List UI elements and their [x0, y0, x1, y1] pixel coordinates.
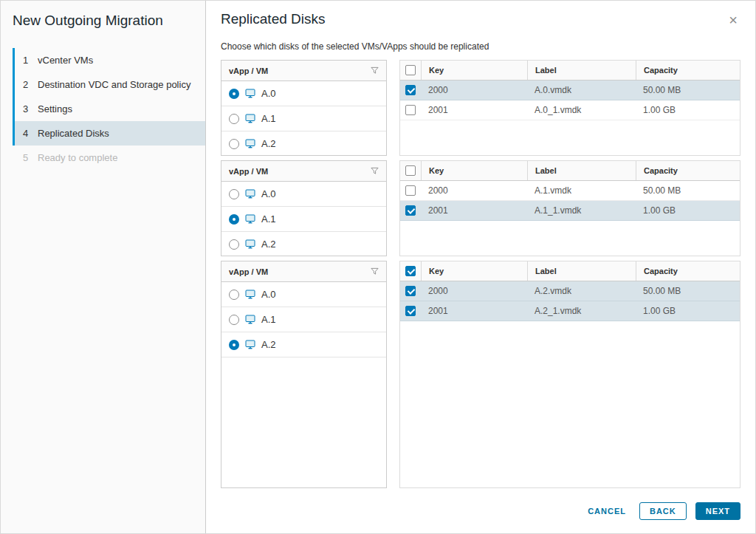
vm-radio[interactable]	[229, 214, 239, 225]
disk-checkbox[interactable]	[405, 205, 416, 216]
disk-label: A.2.vmdk	[527, 281, 636, 301]
vm-radio[interactable]	[229, 239, 239, 250]
disk-key: 2001	[421, 301, 527, 321]
vm-list-item[interactable]: A.2	[221, 232, 386, 256]
disk-label: A.1.vmdk	[527, 181, 636, 200]
table-header: Key Label Capacity	[400, 61, 740, 81]
vm-radio[interactable]	[229, 189, 239, 199]
disk-checkbox[interactable]	[405, 185, 416, 196]
migration-wizard-dialog: New Outgoing Migration 1 vCenter VMs 2 D…	[0, 0, 756, 534]
disk-key: 2000	[421, 81, 527, 100]
disk-key: 2001	[421, 100, 527, 120]
vm-radio[interactable]	[229, 340, 239, 350]
column-header-label: Label	[527, 61, 636, 80]
column-header-capacity: Capacity	[636, 161, 740, 180]
vm-radio[interactable]	[229, 89, 239, 99]
disk-checkbox[interactable]	[405, 85, 416, 95]
vm-icon	[245, 89, 255, 98]
wizard-steps: 1 vCenter VMs 2 Destination VDC and Stor…	[1, 48, 205, 170]
disk-checkbox[interactable]	[405, 306, 416, 316]
disk-section: vApp / VM A.0 A.1	[221, 261, 740, 488]
vm-icon	[245, 315, 255, 324]
disk-row[interactable]: 2001 A.2_1.vmdk 1.00 GB	[400, 301, 740, 321]
back-button[interactable]: BACK	[639, 502, 687, 520]
disk-checkbox[interactable]	[405, 105, 416, 115]
disk-capacity: 50.00 MB	[636, 81, 740, 100]
next-button[interactable]: NEXT	[695, 502, 740, 520]
disk-row[interactable]: 2001 A.1_1.vmdk 1.00 GB	[400, 201, 740, 221]
step-number: 1	[23, 55, 30, 66]
filter-icon[interactable]	[371, 167, 379, 175]
vm-list-item[interactable]: A.0	[221, 81, 386, 106]
page-subtitle: Choose which disks of the selected VMs/V…	[221, 41, 740, 52]
close-icon[interactable]: ×	[726, 11, 740, 29]
column-header-key: Key	[421, 261, 527, 281]
step-number: 4	[23, 128, 30, 139]
vm-list-header-label: vApp / VM	[229, 66, 268, 75]
step-label: vCenter VMs	[38, 55, 93, 66]
vm-list-item[interactable]: A.1	[221, 307, 386, 332]
step-destination-vdc[interactable]: 2 Destination VDC and Storage policy	[13, 72, 205, 97]
vm-label: A.0	[261, 289, 276, 300]
vm-list-header: vApp / VM	[221, 61, 386, 81]
disk-table: Key Label Capacity 2000 A.2.vmdk 50.00 M…	[399, 261, 740, 488]
disk-capacity: 1.00 GB	[636, 201, 740, 220]
disk-section: vApp / VM A.0 A.1	[221, 60, 740, 156]
vm-radio[interactable]	[229, 139, 239, 149]
vm-list-item[interactable]: A.0	[221, 182, 386, 207]
disk-label: A.2_1.vmdk	[527, 301, 636, 321]
vm-list-item[interactable]: A.0	[221, 282, 386, 307]
filter-icon[interactable]	[371, 66, 379, 75]
disk-label: A.0.vmdk	[527, 81, 636, 100]
vm-icon	[245, 139, 255, 148]
vm-list-item[interactable]: A.2	[221, 332, 386, 357]
step-label: Ready to complete	[38, 152, 117, 163]
vm-radio[interactable]	[229, 315, 239, 325]
vapp-vm-list: vApp / VM A.0 A.1	[221, 60, 387, 156]
step-replicated-disks[interactable]: 4 Replicated Disks	[13, 121, 205, 146]
disk-checkbox[interactable]	[405, 286, 416, 296]
vm-list-header: vApp / VM	[221, 161, 386, 182]
disk-table: Key Label Capacity 2000 A.0.vmdk 50.00 M…	[399, 60, 740, 156]
step-number: 5	[23, 152, 30, 163]
vm-list-item[interactable]: A.1	[221, 106, 386, 131]
vm-list-item[interactable]: A.2	[221, 131, 386, 156]
wizard-content: Replicated Disks × Choose which disks of…	[206, 1, 755, 533]
column-header-label: Label	[527, 261, 636, 281]
step-settings[interactable]: 3 Settings	[13, 97, 205, 121]
step-label: Settings	[38, 103, 72, 114]
column-header-key: Key	[421, 61, 527, 80]
disk-capacity: 50.00 MB	[636, 281, 740, 301]
vm-icon	[245, 189, 255, 199]
column-header-capacity: Capacity	[636, 61, 740, 80]
vm-label: A.1	[261, 213, 276, 225]
cancel-button[interactable]: CANCEL	[583, 502, 630, 520]
disk-table: Key Label Capacity 2000 A.1.vmdk 50.00 M…	[399, 160, 740, 256]
vm-icon	[245, 340, 255, 349]
column-header-label: Label	[527, 161, 636, 180]
table-header: Key Label Capacity	[400, 161, 740, 181]
vm-list-header-label: vApp / VM	[229, 167, 268, 176]
vm-icon	[245, 290, 255, 299]
vapp-vm-list: vApp / VM A.0 A.1	[221, 160, 387, 256]
disk-capacity: 1.00 GB	[636, 100, 740, 120]
vm-list-header-label: vApp / VM	[229, 267, 268, 276]
vm-label: A.2	[261, 239, 276, 250]
disk-row[interactable]: 2000 A.2.vmdk 50.00 MB	[400, 281, 740, 301]
vm-list-item[interactable]: A.1	[221, 207, 386, 232]
select-all-checkbox[interactable]	[405, 165, 416, 176]
disk-row[interactable]: 2000 A.1.vmdk 50.00 MB	[400, 181, 740, 201]
disk-label: A.1_1.vmdk	[527, 201, 636, 220]
filter-icon[interactable]	[371, 267, 379, 275]
vm-label: A.2	[261, 138, 276, 149]
vm-label: A.2	[261, 339, 276, 350]
disk-row[interactable]: 2000 A.0.vmdk 50.00 MB	[400, 81, 740, 100]
vm-radio[interactable]	[229, 114, 239, 124]
disk-key: 2000	[421, 181, 527, 200]
vm-radio[interactable]	[229, 290, 239, 300]
select-all-checkbox[interactable]	[405, 266, 416, 276]
vm-icon	[245, 239, 255, 249]
disk-row[interactable]: 2001 A.0_1.vmdk 1.00 GB	[400, 100, 740, 120]
select-all-checkbox[interactable]	[405, 65, 416, 75]
step-vcenter-vms[interactable]: 1 vCenter VMs	[13, 48, 205, 72]
